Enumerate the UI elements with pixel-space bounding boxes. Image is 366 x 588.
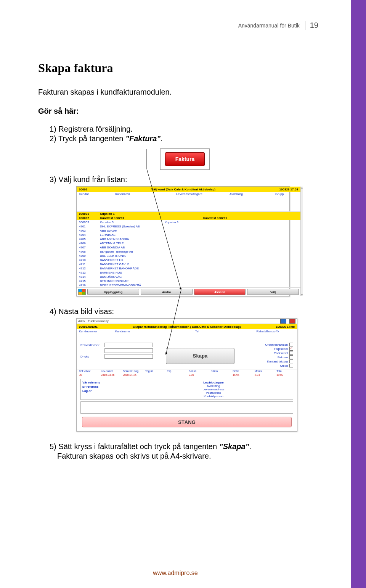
form-titlebar: 00001/001/01 Skapar fakturaunderlag i ku… [77, 324, 297, 329]
andra-button[interactable]: Ändra [141, 289, 193, 295]
list-item[interactable]: 4707ABB SKANDIA AB [77, 245, 300, 250]
avsluta-button[interactable]: Avsluta [194, 289, 246, 295]
how-label: Gör så här: [38, 106, 324, 116]
list-item[interactable]: 4704LERNIA AB [77, 233, 300, 237]
list-item[interactable]: 4716BORE REDOVISNINGSBYRÅ [77, 283, 300, 287]
skapa-button[interactable]: Skapa [166, 348, 234, 364]
upplaggning-button[interactable]: Uppläggning [87, 289, 139, 295]
checkbox-följesedel[interactable] [289, 347, 293, 351]
list-titlebar: 00001 Välj kund (Dala Cafe & Konditori A… [77, 187, 300, 192]
heading-skapa-faktura: Skapa faktura [38, 61, 324, 75]
customer-list-screenshot: 00001 Välj kund (Dala Cafe & Konditori A… [76, 186, 290, 296]
list-item[interactable]: 4713BARNENS HUS [77, 271, 300, 275]
faktura-button[interactable]: Faktura [165, 152, 205, 166]
doc-title: Användarmanual för Butik [238, 23, 300, 29]
doc-type-checkboxes: OrderbekräftelseFöljesedelPacksedelFaktu… [247, 343, 293, 367]
list-item[interactable]: 4715BTM INREDNINGAR [77, 279, 300, 283]
footer-url: www.admipro.se [0, 570, 351, 577]
list-item[interactable]: 4714BSM JÄRNVÄG [77, 275, 300, 279]
list-footer-buttons: Uppläggning Ändra Avsluta Välj [77, 288, 300, 296]
page-number: 19 [305, 21, 318, 30]
intro-text: Fakturan skapas i kundfakturamodulen. [38, 87, 324, 97]
windows-icon[interactable] [78, 289, 86, 295]
empty-panel [80, 401, 293, 414]
menu-bar: Arkiv Funktionsmeny [77, 319, 297, 324]
page-header: Användarmanual för Butik 19 [238, 21, 318, 30]
stang-button[interactable]: STÄNG [82, 417, 292, 427]
blank-input[interactable] [104, 348, 153, 353]
list-item[interactable]: 4710BANVERKET HK [77, 258, 300, 262]
list-item[interactable]: 000001Kupolen 1 [77, 212, 300, 216]
list-item[interactable]: 4701DHL EXPRESS (Sweden) AB [77, 224, 300, 229]
checkbox-packsedel[interactable] [289, 351, 293, 355]
scrollbar[interactable]: ▲▼ [300, 187, 303, 296]
menu-funktionsmeny[interactable]: Funktionsmeny [88, 319, 109, 323]
list-item[interactable]: 4705ABB ASEA SKANDIA [77, 237, 300, 241]
step-2: 2) Tryck på tangenten ”Faktura”. [50, 134, 324, 143]
step-list-4: 4) Nästa bild visas: [50, 307, 324, 316]
minimize-icon[interactable] [280, 319, 286, 324]
list-column-headers: Kundnr Kundnamn Leveransmottagare Avdeln… [77, 192, 300, 196]
list-item[interactable]: 4711BANVERKET GÄVLE [77, 262, 300, 266]
page-content: Användarmanual för Butik 19 Skapa faktur… [0, 0, 351, 469]
summary-headers: Bet.villkorLev.datumSista bet.dagReg.nrE… [77, 369, 297, 373]
checkbox-kredit[interactable] [289, 364, 293, 367]
list-item[interactable]: 000003Kupolen 3Kupolen 3 [77, 220, 300, 224]
rekvisitionsnr-input[interactable] [104, 343, 153, 347]
step-4: 4) Nästa bild visas: [50, 307, 324, 316]
list-item[interactable]: 4712BANVERKET BANOMRÅDE [77, 266, 300, 271]
list-item[interactable]: 4706ANTENN & TELE [77, 241, 300, 245]
step-5: 5) Sätt kryss i fakturafältet och tryck … [50, 442, 324, 451]
checkbox-orderbekräftelse[interactable] [289, 343, 293, 346]
step-3: 3) Välj kund från listan: [50, 175, 324, 184]
list-item[interactable]: 4703ABB SWG/H [77, 229, 300, 233]
dricks-input[interactable] [104, 354, 153, 359]
valj-button[interactable]: Välj [247, 289, 299, 295]
form-column-headers: Kundnummer Kundnamn Tel Rabatt/Bonus-/fx [77, 329, 297, 333]
form-main-row: Rekvisitionsnr Dricks Skapa Orderbekräft… [77, 340, 297, 369]
faktura-button-figure: Faktura [160, 148, 210, 170]
step-list-5: 5) Sätt kryss i fakturafältet och tryck … [50, 442, 324, 461]
list-item[interactable]: 4708Bangalore i Borlänge AB [77, 250, 300, 254]
checkbox-faktura[interactable] [289, 355, 293, 359]
step-5b: Fakturan skapas och skrivs ut på A4-skri… [57, 452, 324, 461]
invoice-form-screenshot: Arkiv Funktionsmeny 00001/001/01 Skapar … [76, 318, 297, 432]
step-list: 1) Registrera försäljning. 2) Tryck på t… [50, 125, 324, 143]
summary-values: 302010-03-262010-04-250.0016.962.0419.00 [77, 373, 297, 377]
side-accent-bar [351, 0, 366, 588]
reference-box: Vår referensEr referensLag.nr Lev.Mottag… [80, 379, 293, 400]
list-item[interactable]: 4709BRL ELEKTRONIK [77, 254, 300, 258]
left-inputs: Rekvisitionsnr Dricks [80, 343, 153, 367]
customer-list[interactable]: 000001Kupolen 1000002Kundtest 100201Kund… [77, 211, 300, 288]
step-1: 1) Registrera försäljning. [50, 125, 324, 134]
close-icon[interactable] [289, 319, 295, 324]
checkbox-kontant-faktura[interactable] [289, 359, 293, 363]
step-list-3: 3) Välj kund från listan: [50, 175, 324, 184]
menu-arkiv[interactable]: Arkiv [78, 319, 85, 323]
list-item[interactable]: 000002Kundtest 100201Kundtest 100201 [77, 216, 300, 220]
